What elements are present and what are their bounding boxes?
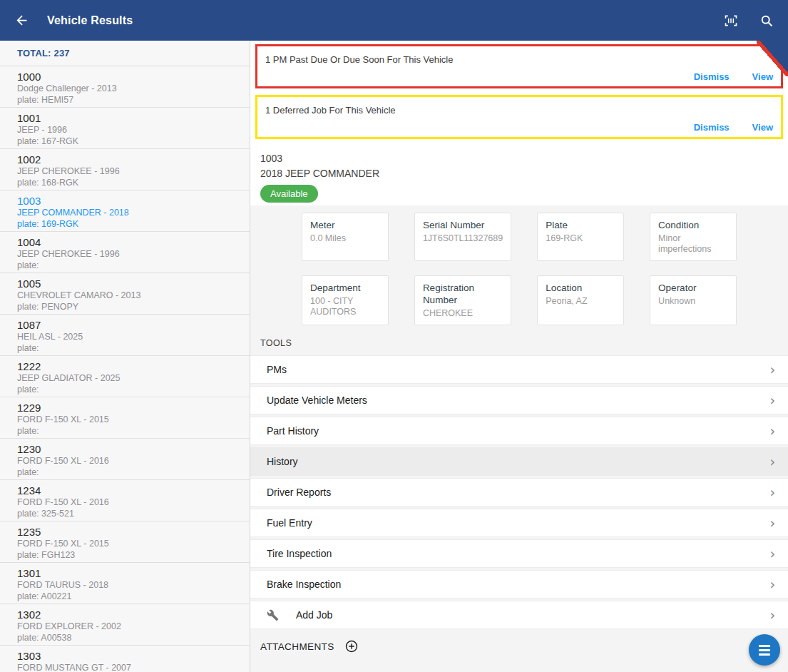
vehicle-desc: FORD F-150 XL - 2015 — [17, 538, 232, 549]
vehicle-id: 1234 — [17, 484, 232, 497]
info-card-serial-number: Serial Number 1JT6S0TL11327689 — [414, 213, 511, 261]
info-card-operator: Operator Unknown — [650, 275, 737, 325]
card-value: 100 - CITY AUDITORS — [310, 296, 380, 317]
list-item-1222[interactable]: 1222 JEEP GLADIATOR - 2025 plate: — [0, 356, 250, 397]
search-button[interactable] — [758, 12, 775, 29]
list-item-1004[interactable]: 1004 JEEP CHEROKEE - 1996 plate: — [0, 232, 250, 273]
chevron-right-icon — [769, 609, 775, 622]
alert-text: 1 PM Past Due Or Due Soon For This Vehic… — [265, 54, 773, 65]
chevron-right-icon — [769, 455, 775, 469]
vehicle-desc: CHEVROLET CAMARO - 2013 — [17, 290, 232, 301]
attachments-section: ATTACHMENTS — [260, 639, 788, 653]
tool-row-brake-inspection[interactable]: Brake Inspection — [250, 570, 788, 599]
tool-row-fuel-entry[interactable]: Fuel Entry — [250, 509, 788, 537]
tool-row-pms[interactable]: PMs — [250, 355, 788, 384]
tool-row-part-history[interactable]: Part History — [250, 417, 788, 445]
vehicle-plate: plate: 169-RGK — [17, 218, 232, 230]
vehicle-id: 1235 — [17, 526, 232, 538]
list-item-1087[interactable]: 1087 HEIL ASL - 2025 plate: — [0, 315, 250, 356]
vehicle-desc: JEEP CHEROKEE - 1996 — [17, 166, 232, 177]
list-item-1301[interactable]: 1301 FORD TAURUS - 2018 plate: A00221 — [0, 563, 250, 604]
tool-label: Brake Inspection — [267, 579, 769, 590]
tool-row-add-job[interactable]: Add Job — [250, 601, 788, 629]
list-item-1302[interactable]: 1302 FORD EXPLORER - 2002 plate: A00538 — [0, 604, 250, 646]
list-item-1002[interactable]: 1002 JEEP CHEROKEE - 1996 plate: 168-RGK — [0, 149, 250, 190]
fab-menu-button[interactable] — [749, 634, 780, 666]
tool-row-history[interactable]: History — [250, 447, 788, 476]
attachments-label: ATTACHMENTS — [260, 641, 334, 652]
list-item-1234[interactable]: 1234 FORD F-150 XL - 2016 plate: 325-521 — [0, 480, 250, 521]
list-item-1005[interactable]: 1005 CHEVROLET CAMARO - 2013 plate: PENO… — [0, 273, 250, 315]
vehicle-id: 1230 — [17, 443, 232, 455]
tool-row-tire-inspection[interactable]: Tire Inspection — [250, 539, 788, 568]
detail-top-section: 1 PM Past Due Or Due Soon For This Vehic… — [250, 41, 788, 205]
vehicle-id: 1003 — [17, 195, 232, 207]
vehicle-desc: FORD MUSTANG GT - 2007 — [17, 662, 232, 672]
vehicle-id: 1004 — [17, 236, 232, 248]
list-item-1229[interactable]: 1229 FORD F-150 XL - 2015 plate: — [0, 397, 250, 439]
vehicle-plate: plate: — [17, 342, 232, 354]
alert-deferred-job: 1 Deferred Job For This Vehicle Dismiss … — [255, 95, 783, 139]
list-item-1230[interactable]: 1230 FORD F-150 XL - 2016 plate: — [0, 439, 250, 480]
card-value: Peoria, AZ — [546, 296, 615, 307]
vehicle-desc: Dodge Challenger - 2013 — [17, 83, 232, 94]
vehicle-number: 1003 — [260, 153, 778, 164]
list-item-1003-selected[interactable]: 1003 JEEP COMMANDER - 2018 plate: 169-RG… — [0, 190, 250, 232]
tool-label: Tire Inspection — [267, 548, 769, 559]
dismiss-link[interactable]: Dismiss — [694, 122, 730, 133]
vehicle-desc: JEEP GLADIATOR - 2025 — [17, 372, 232, 384]
card-label: Registration Number — [423, 282, 503, 306]
vehicle-header: 1003 2018 JEEP COMMANDER Available — [255, 146, 783, 205]
list-item-1000[interactable]: 1000 Dodge Challenger - 2013 plate: HEMI… — [0, 66, 250, 108]
tool-label: Update Vehicle Meters — [267, 394, 769, 406]
info-card-plate: Plate 169-RGK — [537, 213, 624, 261]
tool-row-driver-reports[interactable]: Driver Reports — [250, 478, 788, 506]
chevron-right-icon — [769, 486, 775, 499]
tool-row-update-vehicle-meters[interactable]: Update Vehicle Meters — [250, 386, 788, 414]
chevron-right-icon — [769, 516, 775, 530]
vehicle-name: 2018 JEEP COMMANDER — [260, 168, 778, 179]
card-label: Location — [546, 282, 615, 294]
vehicle-id: 1302 — [17, 609, 232, 621]
card-value: 0.0 Miles — [310, 233, 380, 244]
results-total: TOTAL: 237 — [0, 41, 250, 66]
vehicle-id: 1301 — [17, 567, 232, 579]
vehicle-info-grid: Meter 0.0 Miles Serial Number 1JT6S0TL11… — [250, 205, 788, 325]
view-link[interactable]: View — [752, 71, 773, 82]
info-card-location: Location Peoria, AZ — [537, 275, 624, 325]
vehicle-desc: JEEP COMMANDER - 2018 — [17, 207, 232, 218]
view-link[interactable]: View — [752, 122, 773, 133]
alert-text: 1 Deferred Job For This Vehicle — [265, 105, 773, 116]
info-card-condition: Condition Minor imperfections — [650, 213, 737, 261]
list-item-1303[interactable]: 1303 FORD MUSTANG GT - 2007 — [0, 646, 250, 672]
info-card-meter: Meter 0.0 Miles — [302, 213, 389, 261]
vehicle-plate: plate: 325-521 — [17, 508, 232, 519]
tools-list: PMs Update Vehicle Meters Part History H… — [250, 355, 788, 629]
vehicle-plate: plate: — [17, 467, 232, 478]
dismiss-link[interactable]: Dismiss — [694, 71, 730, 82]
vehicle-desc: JEEP CHEROKEE - 1996 — [17, 248, 232, 260]
barcode-scan-button[interactable] — [722, 12, 740, 29]
add-attachment-button[interactable] — [344, 639, 359, 653]
vehicle-plate: plate: 168-RGK — [17, 177, 232, 188]
vehicle-desc: FORD F-150 XL - 2015 — [17, 414, 232, 425]
vehicle-id: 1002 — [17, 153, 232, 166]
vehicle-plate: plate: — [17, 260, 232, 271]
list-item-1235[interactable]: 1235 FORD F-150 XL - 2015 plate: FGH123 — [0, 521, 250, 563]
chevron-right-icon — [769, 547, 775, 561]
card-value: Minor imperfections — [658, 233, 728, 255]
card-label: Operator — [658, 282, 728, 294]
back-button[interactable] — [13, 12, 30, 29]
menu-icon — [759, 645, 770, 656]
card-label: Condition — [658, 219, 728, 231]
tools-section-label: TOOLS — [260, 338, 788, 348]
vehicle-results-sidebar: TOTAL: 237 1000 Dodge Challenger - 2013 … — [0, 41, 250, 672]
list-item-1001[interactable]: 1001 JEEP - 1996 plate: 167-RGK — [0, 108, 250, 149]
plus-circle-icon — [344, 639, 359, 653]
card-label: Meter — [310, 219, 380, 231]
vehicle-desc: FORD EXPLORER - 2002 — [17, 621, 232, 632]
vehicle-id: 1005 — [17, 278, 232, 290]
card-label: Department — [310, 282, 380, 294]
chevron-right-icon — [769, 424, 775, 438]
vehicle-plate: plate: A00221 — [17, 591, 232, 602]
